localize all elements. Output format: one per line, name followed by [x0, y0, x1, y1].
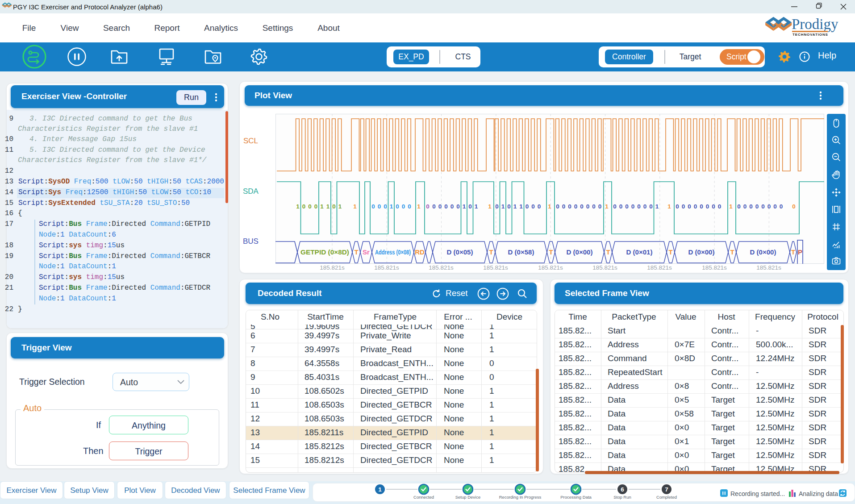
svg-text:1: 1 — [417, 203, 421, 210]
svg-text:0: 0 — [619, 203, 623, 210]
svg-text:0: 0 — [314, 203, 318, 210]
svg-text:0: 0 — [637, 203, 641, 210]
svg-text:0: 0 — [396, 203, 399, 210]
svg-text:0: 0 — [643, 203, 647, 210]
svg-text:0: 0 — [468, 203, 472, 210]
svg-text:1: 1 — [475, 203, 478, 210]
svg-text:1: 1 — [320, 203, 324, 210]
svg-text:0: 0 — [613, 203, 617, 210]
svg-text:0: 0 — [586, 203, 590, 210]
svg-text:1: 1 — [548, 203, 551, 210]
svg-text:0: 0 — [302, 203, 306, 210]
svg-text:0: 0 — [743, 203, 747, 210]
svg-text:1: 1 — [353, 203, 357, 210]
svg-text:0: 0 — [507, 203, 511, 210]
svg-text:1: 1 — [729, 203, 733, 210]
svg-text:0: 0 — [332, 203, 336, 210]
svg-text:0: 0 — [676, 203, 679, 210]
svg-text:0: 0 — [426, 203, 430, 210]
svg-text:T: T — [791, 248, 795, 256]
svg-text:0: 0 — [402, 203, 405, 210]
svg-text:0: 0 — [538, 203, 541, 210]
svg-text:0: 0 — [718, 203, 722, 210]
svg-text:0: 0 — [761, 203, 765, 210]
svg-text:0: 0 — [432, 203, 436, 210]
svg-text:RD: RD — [415, 248, 425, 256]
svg-text:D (0×00): D (0×00) — [567, 248, 593, 256]
svg-text:1: 1 — [488, 203, 492, 210]
svg-text:0: 0 — [688, 203, 691, 210]
svg-text:D (0×00): D (0×00) — [750, 248, 776, 256]
svg-text:1: 1 — [655, 203, 659, 210]
svg-text:T: T — [549, 248, 553, 256]
svg-text:0: 0 — [767, 203, 771, 210]
svg-text:0: 0 — [371, 203, 375, 210]
svg-text:D (0×05): D (0×05) — [447, 248, 473, 256]
svg-text:0: 0 — [438, 203, 442, 210]
svg-text:T: T — [489, 248, 493, 256]
svg-text:T: T — [354, 248, 358, 256]
svg-text:0: 0 — [598, 203, 602, 210]
svg-text:0: 0 — [384, 203, 387, 210]
svg-text:0: 0 — [450, 203, 454, 210]
svg-text:0: 0 — [378, 203, 381, 210]
svg-text:1: 1 — [378, 486, 382, 493]
svg-text:0: 0 — [495, 203, 499, 210]
svg-text:0: 0 — [631, 203, 635, 210]
svg-text:0: 0 — [580, 203, 584, 210]
svg-text:T: T — [668, 248, 672, 256]
svg-text:7: 7 — [665, 486, 668, 493]
svg-text:D (0×01): D (0×01) — [626, 248, 653, 256]
svg-text:0: 0 — [531, 203, 535, 210]
svg-text:D (0×58): D (0×58) — [508, 248, 534, 256]
svg-text:0: 0 — [682, 203, 685, 210]
svg-text:0: 0 — [737, 203, 741, 210]
svg-text:1: 1 — [513, 203, 517, 210]
svg-text:0: 0 — [694, 203, 697, 210]
svg-text:0: 0 — [649, 203, 653, 210]
svg-text:0: 0 — [700, 203, 703, 210]
svg-text:0: 0 — [568, 203, 571, 210]
svg-text:1: 1 — [501, 203, 505, 210]
svg-text:0: 0 — [456, 203, 460, 210]
svg-text:0: 0 — [444, 203, 448, 210]
svg-text:1: 1 — [296, 203, 300, 210]
svg-text:0: 0 — [792, 203, 796, 210]
svg-text:0: 0 — [556, 203, 559, 210]
svg-text:1: 1 — [326, 203, 330, 210]
svg-text:6: 6 — [621, 486, 624, 493]
svg-text:Address (0×08): Address (0×08) — [375, 248, 411, 256]
svg-text:0: 0 — [562, 203, 566, 210]
svg-text:0: 0 — [706, 203, 709, 210]
svg-text:0: 0 — [308, 203, 312, 210]
svg-text:1: 1 — [519, 203, 523, 210]
svg-text:0: 0 — [574, 203, 578, 210]
svg-text:P: P — [798, 248, 802, 256]
svg-text:0: 0 — [625, 203, 629, 210]
svg-text:D (0×00): D (0×00) — [688, 248, 715, 256]
svg-text:GETPID (0×8D): GETPID (0×8D) — [300, 248, 349, 256]
svg-text:T: T — [730, 248, 734, 256]
svg-text:0: 0 — [712, 203, 715, 210]
svg-text:0: 0 — [408, 203, 411, 210]
svg-text:1: 1 — [338, 203, 342, 210]
svg-text:1: 1 — [463, 203, 466, 210]
svg-text:0: 0 — [526, 203, 529, 210]
svg-text:1: 1 — [667, 203, 671, 210]
svg-text:1: 1 — [390, 203, 393, 210]
svg-text:T: T — [606, 248, 610, 256]
svg-text:1: 1 — [605, 203, 609, 210]
svg-text:0: 0 — [773, 203, 777, 210]
svg-text:Sr: Sr — [363, 248, 370, 256]
svg-text:0: 0 — [592, 203, 596, 210]
svg-text:0: 0 — [755, 203, 759, 210]
svg-text:0: 0 — [749, 203, 753, 210]
svg-text:0: 0 — [780, 203, 783, 210]
